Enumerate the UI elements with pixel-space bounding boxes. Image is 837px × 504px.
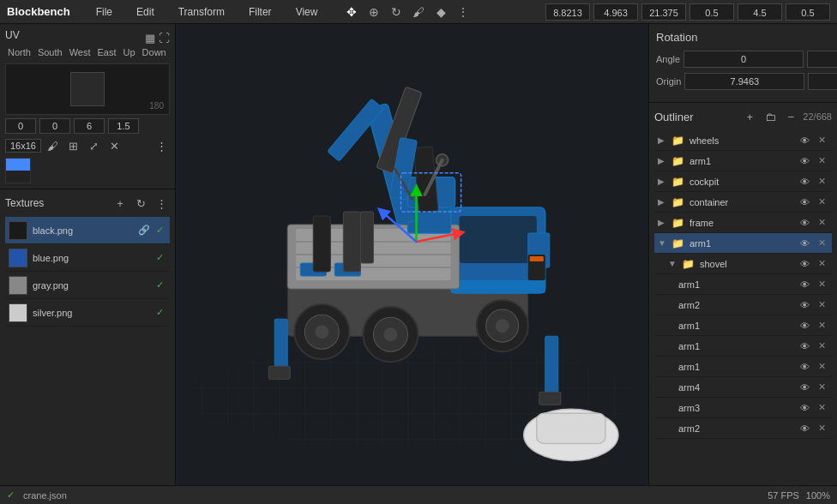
menu-file[interactable]: File [91,4,117,20]
origin-y-input[interactable] [808,73,837,90]
folder-shovel: 📁 [682,258,695,270]
uv-input-3[interactable] [108,118,139,134]
pivot-tool-icon[interactable]: ⊕ [365,3,382,21]
uv-symmetry-icon[interactable]: ⤢ [86,137,103,154]
eye-cockpit[interactable]: 👁 [798,177,811,187]
uv-size-badge[interactable]: 16x16 [5,139,41,153]
uv-paint-icon[interactable]: 🖌 [45,137,62,154]
chevron-frame: ▶ [658,218,668,227]
outliner-item-arm4-child[interactable]: arm4 👁 ✕ [654,377,832,398]
uv-east[interactable]: East [95,46,119,58]
close-arm1-child2[interactable]: ✕ [815,340,828,351]
outliner-item-arm1-child2[interactable]: arm1 👁 ✕ [654,336,832,357]
outliner-remove-icon[interactable]: − [782,108,799,125]
move-tool-icon[interactable]: ✥ [343,3,360,21]
rotate-tool-icon[interactable]: ↻ [388,3,405,21]
close-frame[interactable]: ✕ [815,217,828,228]
outliner-item-arm1-0[interactable]: ▶ 📁 arm1 👁 ✕ [654,151,832,171]
uv-canvas[interactable]: 180 [5,63,170,115]
eye-arm1-child3[interactable]: 👁 [798,362,811,372]
uv-down[interactable]: Down [140,46,169,58]
texture-item-blue[interactable]: blue.png ✓ [5,244,170,272]
eye-arm1-0[interactable]: 👁 [798,156,811,166]
close-arm4-child[interactable]: ✕ [815,381,828,393]
angle-x-input[interactable] [683,51,804,68]
eye-frame[interactable]: 👁 [798,218,811,228]
outliner-item-shovel[interactable]: ▼ 📁 shovel 👁 ✕ [654,254,832,274]
uv-more-icon[interactable]: ⋮ [153,137,170,154]
outliner-item-container[interactable]: ▶ 📁 container 👁 ✕ [654,192,832,213]
eye-arm2-child2[interactable]: 👁 [798,423,811,434]
uv-fit-icon[interactable]: ⊞ [65,137,82,154]
eye-container[interactable]: 👁 [798,197,811,207]
menu-edit[interactable]: Edit [131,4,160,20]
svg-rect-3 [460,216,537,263]
outliner-item-wheels[interactable]: ▶ 📁 wheels 👁 ✕ [654,130,832,151]
menu-view[interactable]: View [291,4,323,20]
uv-color-swatch[interactable] [5,158,31,183]
texture-item-silver[interactable]: silver.png ✓ [5,299,170,327]
close-arm1-active[interactable]: ✕ [815,237,828,249]
add-texture-icon[interactable]: + [111,195,129,212]
outliner-list[interactable]: ▶ 📁 wheels 👁 ✕ ▶ 📁 arm1 👁 ✕ ▶ [654,130,832,480]
outliner-item-cockpit[interactable]: ▶ 📁 cockpit 👁 ✕ [654,171,832,192]
eye-wheels[interactable]: 👁 [798,135,811,146]
uv-close-icon[interactable]: ✕ [106,137,123,154]
eye-shovel[interactable]: 👁 [798,259,811,269]
outliner-add-icon[interactable]: + [741,108,758,125]
close-arm1-0[interactable]: ✕ [815,155,828,166]
close-cockpit[interactable]: ✕ [815,176,828,187]
close-wheels[interactable]: ✕ [815,135,828,146]
uv-north[interactable]: North [5,46,33,58]
outliner-item-arm2-child2[interactable]: arm2 👁 ✕ [654,418,832,439]
import-texture-icon[interactable]: ↻ [132,195,149,212]
app-logo: Blockbench [7,5,70,18]
outliner-add-group-icon[interactable]: 🗀 [762,108,779,125]
topbar: Blockbench File Edit Transform Filter Vi… [0,0,837,24]
eye-arm3-child[interactable]: 👁 [798,403,811,413]
close-arm2-child[interactable]: ✕ [815,299,828,310]
outliner-item-arm3-child[interactable]: arm3 👁 ✕ [654,398,832,418]
eye-arm1-child1[interactable]: 👁 [798,321,811,331]
uv-input-1[interactable] [39,118,70,134]
more-tools-icon[interactable]: ⋮ [455,3,472,21]
close-arm1-child1[interactable]: ✕ [815,320,828,331]
uv-south[interactable]: South [35,46,65,58]
outliner-item-arm1-active[interactable]: ▼ 📁 arm1 👁 ✕ [654,233,832,254]
eye-arm1-active[interactable]: 👁 [798,238,811,249]
close-arm1-child3[interactable]: ✕ [815,361,828,372]
texture-link-icon-black[interactable]: 🔗 [137,224,151,237]
eye-arm1-child0[interactable]: 👁 [798,279,811,290]
close-arm1-child0[interactable]: ✕ [815,279,828,290]
eye-arm4-child[interactable]: 👁 [798,382,811,393]
menu-filter[interactable]: Filter [244,4,277,20]
more-textures-icon[interactable]: ⋮ [153,195,170,212]
uv-input-0[interactable] [5,118,36,134]
close-container[interactable]: ✕ [815,196,828,207]
eye-arm2-child[interactable]: 👁 [798,300,811,310]
outliner-header: Outliner + 🗀 − 22/668 [654,108,832,125]
menu-transform[interactable]: Transform [173,4,230,20]
texture-item-black[interactable]: black.png 🔗 ✓ [5,217,170,244]
outliner-item-arm2-child[interactable]: arm2 👁 ✕ [654,295,832,315]
outliner-item-frame[interactable]: ▶ 📁 frame 👁 ✕ [654,213,832,233]
close-arm2-child2[interactable]: ✕ [815,423,828,434]
texture-item-gray[interactable]: gray.png ✓ [5,272,170,299]
eye-arm1-child2[interactable]: 👁 [798,341,811,351]
outliner-header-right: + 🗀 − 22/668 [741,108,832,125]
close-arm3-child[interactable]: ✕ [815,402,828,413]
paint-tool-icon[interactable]: 🖌 [410,3,427,21]
outliner-item-arm1-child3[interactable]: arm1 👁 ✕ [654,357,832,377]
close-shovel[interactable]: ✕ [815,258,828,269]
uv-input-2[interactable] [74,118,105,134]
outliner-item-arm1-child1[interactable]: arm1 👁 ✕ [654,315,832,336]
uv-west[interactable]: West [67,46,93,58]
left-panel: UV ▦ ⛶ North South West East Up Down 180 [0,24,176,485]
angle-y-input[interactable] [807,51,837,68]
svg-rect-44 [268,366,290,379]
origin-x-input[interactable] [684,73,804,90]
viewport[interactable] [176,24,648,485]
outliner-item-arm1-child0[interactable]: arm1 👁 ✕ [654,274,832,295]
uv-up[interactable]: Up [121,46,138,58]
vertex-tool-icon[interactable]: ◆ [432,3,449,21]
